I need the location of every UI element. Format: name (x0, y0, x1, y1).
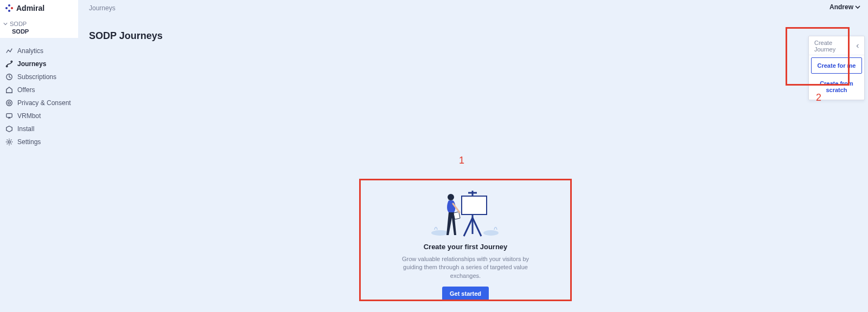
project-parent-label: SODP (10, 21, 27, 27)
svg-point-7 (431, 230, 449, 236)
chevron-left-icon (856, 44, 860, 48)
gear-icon (5, 138, 13, 146)
privacy-icon (5, 99, 13, 107)
sidebar-item-label: Privacy & Consent (17, 99, 71, 107)
brand-logo-icon (5, 4, 13, 12)
svg-line-14 (473, 218, 481, 236)
project-current[interactable]: SODP (3, 28, 78, 35)
sidebar-item-label: Analytics (17, 47, 43, 55)
svg-point-16 (448, 194, 454, 200)
sidebar-item-install[interactable]: Install (0, 122, 78, 135)
sidebar-item-subscriptions[interactable]: Subscriptions (0, 70, 78, 83)
user-name: Andrew (829, 3, 853, 11)
svg-point-6 (8, 141, 10, 143)
sidebar-item-label: Journeys (17, 60, 46, 68)
journeys-icon (5, 60, 13, 68)
svg-point-3 (7, 100, 12, 106)
create-for-me-option[interactable]: Create for me (811, 57, 862, 74)
breadcrumb[interactable]: Journeys (89, 4, 116, 12)
chevron-down-icon (3, 22, 8, 26)
sidebar-item-journeys[interactable]: Journeys (0, 57, 78, 70)
analytics-icon (5, 47, 13, 55)
svg-line-13 (464, 218, 473, 236)
get-started-button[interactable]: Get started (442, 287, 489, 301)
sidebar-item-label: Settings (17, 138, 41, 146)
empty-state-body: Grow valuable relationships with your vi… (392, 255, 539, 280)
sidebar-item-vrmbot[interactable]: VRMbot (0, 109, 78, 122)
sidebar-item-label: VRMbot (17, 112, 41, 120)
user-menu[interactable]: Andrew (829, 3, 860, 11)
sidebar-item-label: Subscriptions (17, 73, 56, 81)
chevron-down-icon (855, 4, 860, 10)
empty-state-illustration (430, 185, 501, 239)
project-selector[interactable]: SODP SODP (0, 16, 78, 38)
sidebar-item-offers[interactable]: Offers (0, 83, 78, 96)
sidebar-item-label: Offers (17, 86, 35, 94)
vrmbot-icon (5, 112, 13, 120)
svg-rect-11 (462, 196, 487, 214)
offers-icon (5, 86, 13, 94)
svg-point-4 (8, 102, 10, 104)
create-journey-label: Create Journey (814, 40, 853, 53)
topbar: Journeys (78, 0, 868, 16)
create-from-scratch-option[interactable]: Create from scratch (811, 76, 862, 98)
brand-name: Admiral (16, 4, 44, 12)
subscriptions-icon (5, 73, 13, 81)
empty-state-title: Create your first Journey (361, 243, 570, 251)
sidebar-item-label: Install (17, 125, 34, 133)
brand-bar: Admiral (0, 0, 78, 16)
sidebar-item-analytics[interactable]: Analytics (0, 44, 78, 57)
sidebar: Admiral SODP SODP Analytics Journeys Sub… (0, 0, 78, 312)
project-parent[interactable]: SODP (3, 21, 78, 27)
svg-point-8 (483, 230, 499, 236)
create-journey-dropdown: Create Journey Create for me Create from… (808, 36, 865, 100)
create-journey-toggle[interactable]: Create Journey (809, 36, 864, 55)
install-icon (5, 125, 13, 133)
sidebar-nav: Analytics Journeys Subscriptions Offers … (0, 44, 78, 148)
sidebar-item-privacy[interactable]: Privacy & Consent (0, 96, 78, 109)
empty-state: Create your first Journey Grow valuable … (361, 181, 570, 302)
page-title: SODP Journeys (89, 30, 861, 42)
sidebar-item-settings[interactable]: Settings (0, 135, 78, 148)
